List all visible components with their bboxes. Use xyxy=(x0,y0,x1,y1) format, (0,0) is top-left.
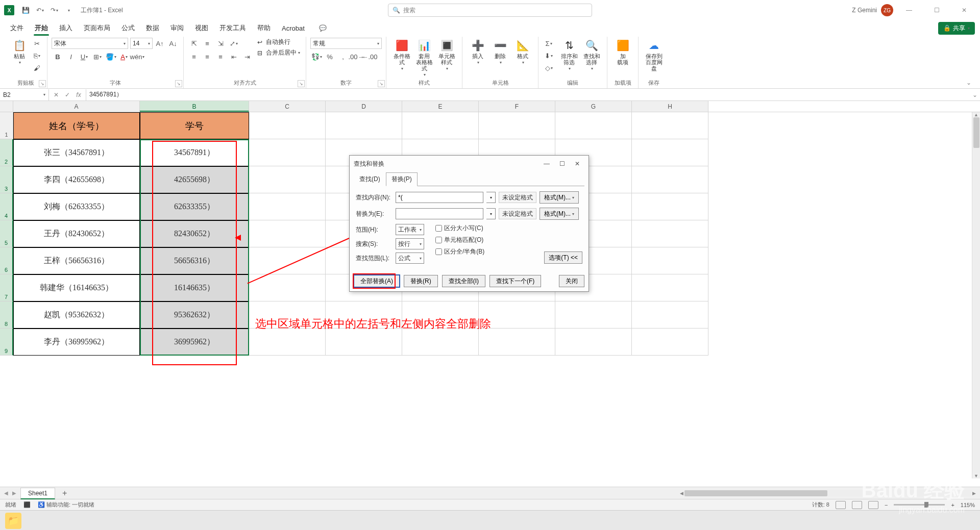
maximize-icon[interactable]: ☐ xyxy=(925,3,948,17)
sheet-tab-1[interactable]: Sheet1 xyxy=(20,488,55,499)
row-header-5[interactable]: 5 xyxy=(0,220,13,247)
cell-H8[interactable] xyxy=(632,301,708,329)
italic-icon[interactable]: I xyxy=(65,51,77,62)
cell-B4[interactable]: 62633355） xyxy=(140,193,249,220)
tab-data[interactable]: 数据 xyxy=(141,21,164,35)
cell-G8[interactable] xyxy=(555,301,632,329)
format-painter-icon[interactable]: 🖌 xyxy=(31,62,43,73)
row-header-4[interactable]: 4 xyxy=(0,193,13,220)
search-box[interactable]: 🔍 搜索 xyxy=(388,4,592,17)
col-header-C[interactable]: C xyxy=(249,101,326,112)
user-name[interactable]: Z Gemini xyxy=(852,7,877,14)
find-format-button[interactable]: 格式(M)...▾ xyxy=(540,191,579,204)
match-cell-checkbox[interactable] xyxy=(435,237,442,243)
paste-button[interactable]: 📋 粘贴 ▾ xyxy=(8,38,31,66)
find-content-input[interactable] xyxy=(396,192,483,203)
formula-expand-icon[interactable]: ⌄ xyxy=(970,91,980,98)
view-pagebreak-icon[interactable] xyxy=(868,501,878,509)
orientation-icon[interactable]: ⤢▾ xyxy=(228,38,240,49)
row-header-8[interactable]: 8 xyxy=(0,301,13,329)
merge-center-button[interactable]: ⊟ 合并后居中▾ xyxy=(257,48,300,57)
font-name-select[interactable]: 宋体▾ xyxy=(52,38,128,49)
baidu-save-button[interactable]: ☁保存到 百度网盘 xyxy=(643,38,665,72)
zoom-slider[interactable] xyxy=(894,504,945,506)
cell-A5[interactable]: 王丹（82430652） xyxy=(13,220,140,247)
row-header-2[interactable]: 2 xyxy=(0,139,13,166)
cell-H2[interactable] xyxy=(632,139,708,166)
col-header-D[interactable]: D xyxy=(326,101,402,112)
find-select-button[interactable]: 🔍查找和选择▾ xyxy=(580,38,603,72)
conditional-format-button[interactable]: 🟥条件格式▾ xyxy=(390,38,413,72)
tab-formulas[interactable]: 公式 xyxy=(116,21,140,35)
cell-B6[interactable]: 56656316） xyxy=(140,247,249,274)
row-header-9[interactable]: 9 xyxy=(0,329,13,356)
cell-A7[interactable]: 韩建华（16146635） xyxy=(13,274,140,301)
cell-styles-button[interactable]: 🔳单元格样式▾ xyxy=(435,38,458,72)
align-left-icon[interactable]: ≡ xyxy=(188,51,200,62)
match-width-checkbox[interactable] xyxy=(435,248,442,255)
cell-H4[interactable] xyxy=(632,193,708,220)
number-format-select[interactable]: 常规▾ xyxy=(310,38,382,49)
taskbar-app-icon[interactable]: 📁 xyxy=(5,513,21,529)
sheet-nav-next-icon[interactable]: ▶ xyxy=(12,490,16,496)
copy-icon[interactable]: ⎘▾ xyxy=(31,50,43,61)
cell-C1[interactable] xyxy=(249,112,326,139)
col-header-H[interactable]: H xyxy=(632,101,708,112)
cell-D1[interactable] xyxy=(326,112,402,139)
indent-decrease-icon[interactable]: ⇤ xyxy=(228,51,240,62)
dialog-close-icon[interactable]: ✕ xyxy=(570,158,584,169)
tab-view[interactable]: 视图 xyxy=(190,21,213,35)
border-icon[interactable]: ⊞▾ xyxy=(91,51,104,62)
cell-C4[interactable] xyxy=(249,193,326,220)
dialog-tab-replace[interactable]: 替换(P) xyxy=(386,172,418,186)
replace-with-input[interactable] xyxy=(396,208,483,219)
cell-A8[interactable]: 赵凯（95362632） xyxy=(13,301,140,329)
dialog-titlebar[interactable]: 查找和替换 ― ☐ ✕ xyxy=(350,156,589,172)
tab-file[interactable]: 文件 xyxy=(5,21,29,35)
clear-icon[interactable]: ◇▾ xyxy=(543,62,555,73)
search-dir-select[interactable]: 按行▾ xyxy=(396,238,424,249)
zoom-out-icon[interactable]: − xyxy=(885,502,888,508)
match-case-checkbox[interactable] xyxy=(435,225,442,232)
minimize-icon[interactable]: ― xyxy=(897,3,921,17)
align-right-icon[interactable]: ≡ xyxy=(214,51,227,62)
increase-decimal-icon[interactable]: .00→ xyxy=(350,51,362,62)
tab-help[interactable]: 帮助 xyxy=(252,21,276,35)
row-header-1[interactable]: 1 xyxy=(0,112,13,139)
tab-acrobat[interactable]: Acrobat xyxy=(277,22,310,35)
tab-review[interactable]: 审阅 xyxy=(165,21,189,35)
cell-C3[interactable] xyxy=(249,166,326,193)
find-all-button[interactable]: 查找全部(I) xyxy=(442,275,485,287)
find-next-button[interactable]: 查找下一个(F) xyxy=(489,275,541,287)
scope-select[interactable]: 工作表▾ xyxy=(396,224,424,235)
align-middle-icon[interactable]: ≡ xyxy=(201,38,213,49)
cell-H6[interactable] xyxy=(632,247,708,274)
cell-G9[interactable] xyxy=(555,329,632,356)
font-launcher[interactable]: ↘ xyxy=(175,80,182,87)
options-button[interactable]: 选项(T) << xyxy=(544,251,582,264)
close-icon[interactable]: ✕ xyxy=(952,3,976,17)
cell-C5[interactable] xyxy=(249,220,326,247)
match-width-check[interactable]: 区分全/半角(B) xyxy=(435,247,484,256)
align-bottom-icon[interactable]: ⇲ xyxy=(214,38,227,49)
enter-formula-icon[interactable]: ✓ xyxy=(62,91,72,98)
wrap-text-button[interactable]: ↩ 自动换行 xyxy=(257,38,300,46)
cell-D9[interactable] xyxy=(326,329,402,356)
row-header-3[interactable]: 3 xyxy=(0,166,13,193)
autosum-icon[interactable]: Σ▾ xyxy=(543,38,555,49)
select-all-corner[interactable] xyxy=(0,101,13,112)
formula-input[interactable]: 34567891） xyxy=(86,90,970,99)
tab-insert[interactable]: 插入 xyxy=(54,21,78,35)
col-header-E[interactable]: E xyxy=(402,101,479,112)
cell-B9[interactable]: 36995962） xyxy=(140,329,249,356)
fill-icon[interactable]: ⬇▾ xyxy=(543,50,555,61)
cell-A9[interactable]: 李丹（36995962） xyxy=(13,329,140,356)
col-header-G[interactable]: G xyxy=(555,101,632,112)
view-pagelayout-icon[interactable] xyxy=(852,501,862,509)
row-header-6[interactable]: 6 xyxy=(0,247,13,274)
tab-developer[interactable]: 开发工具 xyxy=(214,21,251,35)
cell-A6[interactable]: 王梓（56656316） xyxy=(13,247,140,274)
increase-font-icon[interactable]: A↑ xyxy=(154,38,166,49)
alignment-launcher[interactable]: ↘ xyxy=(298,80,305,87)
dialog-tab-find[interactable]: 查找(D) xyxy=(354,172,386,186)
